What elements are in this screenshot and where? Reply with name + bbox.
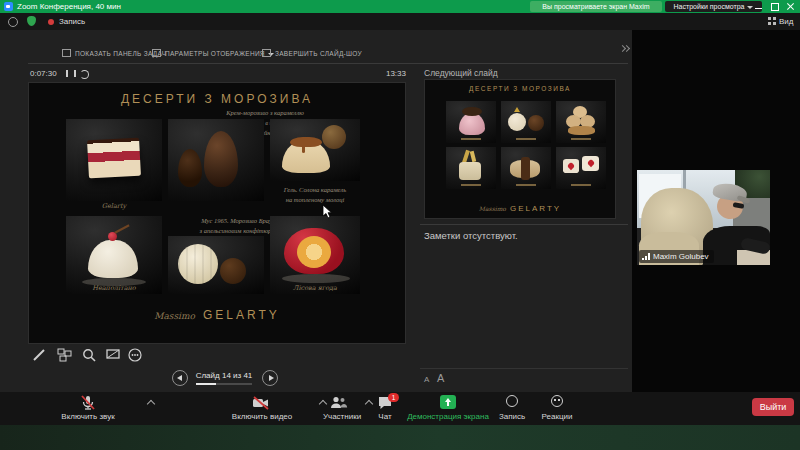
zoom-titlebar: Zoom Конференция, 40 мин Вы просматривае… — [0, 0, 800, 13]
windows-taskbar: W Рабочий стол » УКР 13:33 24.03.2021 2 — [0, 425, 800, 450]
panel-divider — [420, 368, 628, 369]
end-slideshow-tab-icon — [262, 49, 271, 57]
chevron-down-icon — [747, 6, 753, 9]
display-tab-icon — [152, 49, 161, 57]
slide-progress-bar — [196, 383, 252, 385]
next-slide-photo — [501, 147, 551, 189]
slide-counter: Слайд 14 из 41 — [192, 371, 256, 380]
brand-caps-text: GELARTY — [203, 308, 280, 322]
dessert-label: Неаполітано — [66, 284, 162, 292]
next-slide-button[interactable] — [262, 370, 278, 386]
video-options-chevron[interactable] — [319, 400, 327, 408]
grid-view-icon — [768, 17, 776, 25]
dessert-photo-cheesecake — [66, 119, 162, 201]
brand-script-text: Massimo — [154, 311, 195, 321]
recording-label: Запись — [59, 17, 85, 26]
zoom-app-window: Zoom Конференция, 40 мин Вы просматривае… — [0, 0, 800, 450]
panel-divider — [420, 224, 628, 225]
zoom-camera-icon — [4, 2, 13, 11]
dessert-label: Gelarty — [66, 202, 162, 210]
participants-options-chevron[interactable] — [365, 400, 373, 408]
taskbar-tab-icon — [62, 49, 71, 57]
shared-screen-presenter-view: ПОКАЗАТЬ ПАНЕЛЬ ЗАДАЧ ПАРАМЕТРЫ ОТОБРАЖЕ… — [0, 30, 632, 392]
recording-dot-icon — [48, 19, 54, 25]
next-slide-photo — [446, 147, 496, 189]
unmute-button[interactable]: Включить звук — [40, 412, 136, 421]
brand-logo: MassimoGELARTY — [425, 197, 615, 215]
mic-options-chevron[interactable] — [147, 400, 155, 408]
zoom-slide-button[interactable] — [82, 348, 98, 362]
start-video-button[interactable]: Включить видео — [212, 412, 312, 421]
reactions-button[interactable]: Реакции — [530, 412, 584, 421]
next-slide-title: ДЕСЕРТИ З МОРОЗИВА — [425, 85, 615, 92]
black-screen-button[interactable] — [106, 348, 122, 362]
more-options-button[interactable] — [128, 348, 144, 362]
increase-font-button[interactable]: A — [437, 372, 444, 384]
reactions-icon[interactable] — [551, 395, 563, 407]
signal-strength-icon — [642, 253, 651, 260]
dessert-photo-berry-dome — [66, 216, 162, 294]
dessert-label: Лісова ягода — [270, 284, 360, 292]
dessert-photo-caramel-dome — [270, 119, 360, 181]
presenter-clock: 13:33 — [370, 69, 406, 78]
share-screen-button[interactable]: Демонстрация экрана — [402, 412, 494, 421]
slideshow-timer: 0:07:30 — [30, 69, 57, 78]
pen-tool-button[interactable] — [32, 348, 48, 362]
pause-timer-icon[interactable] — [66, 70, 76, 77]
toolbar-overflow-icon[interactable] — [620, 46, 630, 56]
minimize-button[interactable] — [754, 2, 764, 11]
notes-text: Заметки отсутствуют. — [424, 230, 518, 241]
brand-logo: MassimoGELARTY — [29, 305, 405, 323]
screen-viewing-banner: Вы просматриваете экран Maxim Golubev — [530, 1, 662, 12]
next-slide-photo — [446, 101, 496, 143]
restart-timer-icon[interactable] — [80, 70, 89, 79]
dessert-photo-red-roll — [270, 216, 360, 294]
webcam-tile[interactable]: Maxim Golubev — [637, 170, 770, 265]
tab-show-taskbar[interactable]: ПОКАЗАТЬ ПАНЕЛЬ ЗАДАЧ — [62, 48, 166, 60]
toolbar-divider — [28, 63, 628, 64]
next-slide-panel-label: Следующий слайд — [424, 68, 498, 78]
see-all-slides-button[interactable] — [57, 348, 73, 362]
participant-name-tag: Maxim Golubev — [639, 250, 714, 263]
leave-button[interactable]: Выйти — [752, 398, 794, 416]
next-slide-photo — [501, 101, 551, 143]
share-screen-icon[interactable] — [440, 395, 456, 409]
encryption-shield-icon[interactable] — [27, 16, 36, 26]
next-slide-thumbnail[interactable]: ДЕСЕРТИ З МОРОЗИВА MassimoGELARTY — [424, 79, 616, 219]
maximize-button[interactable] — [770, 2, 780, 11]
previous-slide-button[interactable] — [172, 370, 188, 386]
zoom-menubar: Запись Вид — [0, 13, 800, 30]
record-icon[interactable] — [506, 395, 518, 407]
next-slide-photo — [556, 101, 606, 143]
tab-end-slideshow[interactable]: ЗАВЕРШИТЬ СЛАЙД-ШОУ — [262, 48, 362, 60]
view-settings-button[interactable]: Настройки просмотра — [665, 1, 762, 12]
current-slide: ДЕСЕРТИ З МОРОЗИВА Крем-морозиво з карам… — [28, 82, 406, 344]
window-title: Zoom Конференция, 40 мин — [17, 2, 121, 11]
next-slide-photo — [556, 147, 606, 189]
slide-title: ДЕСЕРТИ З МОРОЗИВА — [29, 92, 405, 106]
decrease-font-button[interactable]: A — [424, 375, 429, 384]
zoom-control-bar: Включить звук Включить видео 53 Участник… — [0, 392, 800, 425]
slide-caption-mid: Гель. Солона карамель на топленому молоц… — [265, 185, 365, 205]
tab-display-settings[interactable]: ПАРАМЕТРЫ ОТОБРАЖЕНИЯ — [152, 48, 274, 60]
chat-badge: 1 — [388, 393, 399, 402]
close-button[interactable] — [786, 2, 796, 11]
view-menu-button[interactable]: Вид — [768, 17, 793, 26]
dessert-photo-pumpkin — [168, 236, 264, 294]
dessert-photo-pinecones — [168, 119, 264, 201]
meeting-info-icon[interactable] — [8, 17, 18, 27]
mouse-cursor — [322, 204, 334, 224]
